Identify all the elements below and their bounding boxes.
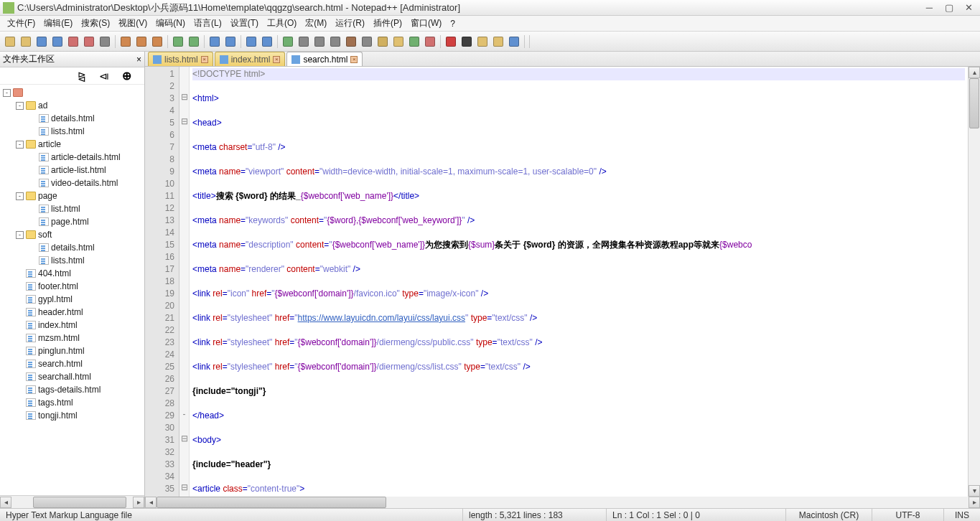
close-all-icon[interactable] [82, 34, 96, 49]
tree-node[interactable]: details.html [0, 241, 144, 254]
save-icon[interactable] [34, 34, 49, 49]
menu-item[interactable]: 编辑(E) [39, 17, 77, 29]
save-all-icon[interactable] [50, 34, 65, 49]
menu-item[interactable]: 插件(P) [369, 17, 406, 29]
editor-tab[interactable]: index.html× [215, 52, 286, 66]
menu-item[interactable]: 搜索(S) [77, 17, 114, 29]
rec-icon[interactable] [444, 34, 458, 49]
menu-item[interactable]: 工具(O) [263, 17, 301, 29]
tree-node[interactable]: lists.html [0, 125, 144, 138]
lang-icon[interactable] [328, 34, 342, 49]
comment-icon[interactable] [407, 34, 421, 49]
stop-icon[interactable] [459, 34, 474, 49]
editor-tab[interactable]: lists.html× [148, 52, 213, 66]
tree-node[interactable]: index.html [0, 319, 144, 332]
tree-node[interactable]: - [0, 86, 144, 99]
statusbar: Hyper Text Markup Language file length :… [0, 508, 980, 521]
tree-node[interactable]: tags-details.html [0, 383, 144, 396]
sidebar-hscroll[interactable]: ◂ ▸ [0, 495, 145, 508]
target-icon[interactable]: ⊕ [122, 69, 131, 83]
play-icon[interactable] [475, 34, 490, 49]
tree-node[interactable]: 404.html [0, 267, 144, 280]
wrap-icon[interactable] [297, 34, 311, 49]
tab-close-icon[interactable]: × [350, 56, 358, 63]
tree-node[interactable]: footer.html [0, 280, 144, 293]
tree-node[interactable]: tongji.html [0, 409, 144, 422]
tree-node[interactable]: search.html [0, 357, 144, 370]
tree-node[interactable]: -ad [0, 99, 144, 112]
find-icon[interactable] [207, 34, 222, 49]
tab-close-icon[interactable]: × [273, 56, 280, 63]
sidebar-close-icon[interactable]: × [136, 55, 141, 65]
menu-item[interactable]: 视图(V) [114, 17, 151, 29]
tree-node[interactable]: header.html [0, 306, 144, 319]
tree-node[interactable]: -soft [0, 228, 144, 241]
sync-icon[interactable] [281, 34, 295, 49]
menu-item[interactable]: 语言(L) [190, 17, 226, 29]
tree-node[interactable]: searchall.html [0, 370, 144, 383]
menu-item[interactable]: 文件(F) [3, 17, 39, 29]
indent-icon[interactable] [360, 34, 374, 49]
tree-node[interactable]: article-list.html [0, 164, 144, 177]
close-icon[interactable] [66, 34, 80, 49]
folder-icon[interactable] [391, 34, 406, 49]
paste-icon[interactable] [150, 34, 164, 49]
editor-hscroll[interactable]: ◂ ▸ [145, 495, 980, 508]
undo-icon[interactable] [171, 34, 185, 49]
redo-icon[interactable] [187, 34, 201, 49]
replace-icon[interactable] [223, 34, 238, 49]
tree-node[interactable]: video-details.html [0, 177, 144, 189]
copy-icon[interactable] [134, 34, 149, 49]
code-editor[interactable]: <!DOCTYPE html> <html> <head> <meta char… [190, 67, 968, 497]
guide-icon[interactable] [344, 34, 358, 49]
scroll-up-icon[interactable]: ▴ [969, 67, 980, 78]
tree-node[interactable]: gypl.html [0, 293, 144, 306]
func-icon[interactable] [375, 34, 390, 49]
file-tree[interactable]: --addetails.htmllists.html-articlearticl… [0, 85, 144, 495]
open-icon[interactable] [19, 34, 33, 49]
menu-item[interactable]: 窗口(W) [406, 17, 446, 29]
tree-node[interactable]: details.html [0, 112, 144, 125]
tree-node[interactable]: -page [0, 189, 144, 202]
save-m-icon[interactable] [507, 34, 521, 49]
menu-item[interactable]: 宏(M) [301, 17, 331, 29]
scroll-right-icon[interactable]: ▸ [969, 497, 980, 508]
zoom-out-icon[interactable] [260, 34, 274, 49]
tree-node[interactable]: tags.html [0, 396, 144, 409]
tab-close-icon[interactable]: × [201, 56, 208, 63]
tree-node[interactable]: -article [0, 138, 144, 151]
tree-node[interactable]: pinglun.html [0, 344, 144, 357]
vertical-scrollbar[interactable]: ▴ ▾ [968, 67, 980, 497]
vscroll-thumb[interactable] [969, 78, 979, 128]
minimize-button[interactable]: ─ [920, 2, 938, 13]
new-icon[interactable] [3, 34, 17, 49]
tree-node[interactable]: lists.html [0, 254, 144, 267]
tree-node[interactable]: list.html [0, 202, 144, 215]
scroll-left-icon[interactable]: ◂ [145, 497, 157, 508]
menu-item[interactable]: ? [446, 19, 459, 29]
cut-icon[interactable] [118, 34, 133, 49]
fold-gutter[interactable]: ⊟⊟-⊟⊟ [179, 67, 190, 497]
play-m-icon[interactable] [491, 34, 505, 49]
scroll-right-icon[interactable]: ▸ [133, 497, 144, 508]
scroll-down-icon[interactable]: ▾ [969, 485, 980, 497]
print-icon[interactable] [98, 34, 112, 49]
zoom-in-icon[interactable] [244, 34, 258, 49]
monitor-icon[interactable] [312, 34, 327, 49]
menu-item[interactable]: 编码(N) [151, 17, 190, 29]
status-filetype: Hyper Text Markup Language file [0, 509, 463, 521]
tree-node[interactable]: page.html [0, 215, 144, 228]
tree-node[interactable]: mzsm.html [0, 332, 144, 344]
menu-item[interactable]: 设置(T) [226, 17, 263, 29]
editor-tab[interactable]: search.html× [286, 52, 363, 66]
hscroll-thumb[interactable] [33, 497, 126, 508]
scroll-left-icon[interactable]: ◂ [0, 497, 11, 508]
hide-icon[interactable] [423, 34, 437, 49]
maximize-button[interactable]: ▢ [941, 2, 958, 13]
hscroll-thumb[interactable] [157, 497, 386, 508]
close-button[interactable]: ✕ [960, 2, 977, 13]
expand-icon[interactable]: ⧏ [99, 70, 109, 82]
collapse-icon[interactable]: ⧎ [78, 70, 86, 82]
menu-item[interactable]: 运行(R) [331, 17, 369, 29]
tree-node[interactable]: article-details.html [0, 151, 144, 164]
